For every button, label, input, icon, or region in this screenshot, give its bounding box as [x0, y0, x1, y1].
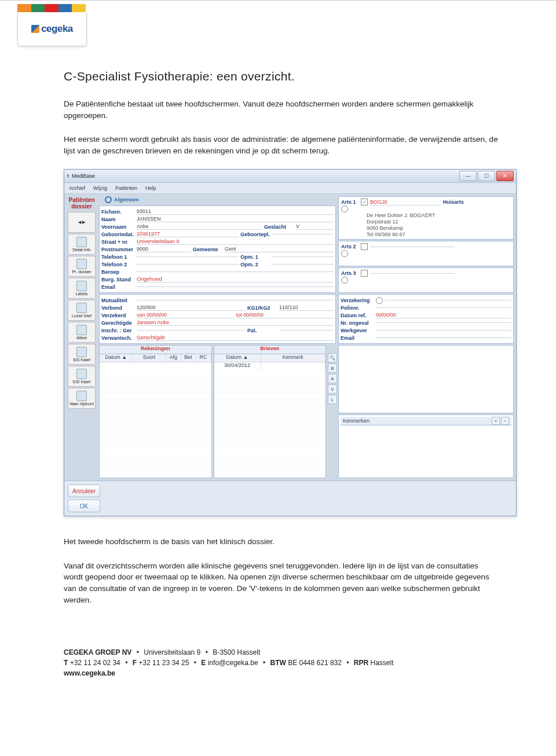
lbl-fichenr: Fichenr.	[101, 209, 135, 215]
side-btn-a[interactable]: A	[328, 374, 337, 383]
lbl-arts2: Arts 2	[341, 244, 359, 249]
kenmerken-add-button[interactable]: +	[492, 417, 500, 425]
val-geboortedat[interactable]: 2/08/1977	[137, 231, 239, 237]
val-verbond[interactable]: 120/900	[137, 304, 246, 311]
val-naam[interactable]: JANSSEN	[137, 216, 334, 222]
val-gemeente[interactable]: Gent	[225, 246, 334, 252]
cancel-button[interactable]: Annuleer	[68, 485, 100, 497]
search-icon[interactable]	[341, 205, 348, 212]
val-opm1[interactable]	[272, 256, 334, 257]
lbl-nrongeval: Nr. ongeval	[341, 320, 374, 326]
val-tel1[interactable]	[137, 256, 239, 257]
detail-info-icon	[76, 237, 87, 247]
rail-attest[interactable]: Attest	[68, 322, 96, 343]
app-work-area: Patiëntendossier ◀ ▶ Detail Info Pr. dos…	[64, 194, 516, 480]
app-menubar: Archief Wijzig Patiënten Help	[64, 183, 516, 194]
arts1-checkbox[interactable]: ✓	[361, 199, 368, 205]
side-btn-l[interactable]: L	[328, 395, 337, 404]
table-row[interactable]: 30/04/2012	[214, 362, 326, 370]
menu-wijzig[interactable]: Wijzig	[93, 185, 107, 191]
arts1-panel: Arts 1 ✓ BOGJ0 Huisarts De Heer Dokter J…	[338, 196, 514, 240]
verzekering-panel: Verzekering Polisnr. Datum ref.00/00/00 …	[338, 294, 514, 344]
val-opm2[interactable]	[272, 264, 334, 265]
val-straat[interactable]: Universiteitslaan 9	[137, 238, 334, 245]
table-rekeningen-header[interactable]: Datum ▲ Soort Afg Bet RC	[100, 354, 211, 362]
lbl-opm1: Opm. 1	[240, 254, 270, 260]
val-polisnr[interactable]	[376, 307, 511, 308]
arts2-code[interactable]	[370, 247, 455, 247]
rail-losse-brief[interactable]: Losse brief	[68, 300, 96, 321]
arts1-type: Huisarts	[443, 199, 464, 205]
lbl-voornaam: Voornaam	[101, 224, 135, 230]
table-brieven-title: Brieven	[214, 346, 326, 354]
lbl-burg: Burg. Stand	[101, 277, 135, 282]
side-btn-search[interactable]: 🔍	[328, 353, 337, 362]
window-close-button[interactable]: ✕	[496, 171, 514, 181]
arts1-code[interactable]: BOGJ0	[370, 199, 441, 205]
search-icon[interactable]	[341, 277, 348, 284]
val-werkgever[interactable]	[376, 330, 511, 331]
arts3-checkbox[interactable]	[361, 270, 368, 277]
val-geslacht[interactable]: V	[296, 223, 334, 230]
menu-archief[interactable]: Archief	[69, 185, 85, 191]
val-burg[interactable]: Ongehuwd	[137, 276, 334, 282]
val-verwantsch[interactable]: Gerechtigde	[137, 335, 334, 341]
lbl-tel1: Telefoon 1	[101, 254, 135, 260]
val-kg1[interactable]: 110/110	[279, 304, 334, 311]
rail-clipboard[interactable]: Naar clipbord	[68, 388, 96, 409]
lbl-geboortepl: Geboortepl.	[240, 232, 270, 237]
lbl-tel2: Telefoon 2	[101, 262, 135, 267]
val-verzekering[interactable]	[385, 300, 511, 300]
lbl-datumref: Datum ref.	[341, 313, 374, 318]
menu-patienten[interactable]: Patiënten	[115, 185, 137, 191]
table-brieven-body[interactable]: 30/04/2012	[214, 362, 326, 478]
val-verzekerd-tot[interactable]: tot 00/00/00	[236, 312, 334, 318]
clipboard-icon	[76, 391, 87, 401]
labels-icon	[76, 281, 87, 291]
search-icon[interactable]	[376, 297, 383, 304]
val-tel2[interactable]	[137, 264, 239, 265]
val-verzekerd-van[interactable]: van 00/00/00	[137, 312, 235, 318]
rail-labels[interactable]: Labels	[68, 278, 96, 299]
kenmerken-title: Kenmerken	[343, 418, 370, 424]
arts3-panel: Arts 3	[338, 267, 514, 293]
rail-sis-kaart[interactable]: SIS Kaart	[68, 344, 96, 365]
val-beroep[interactable]	[137, 271, 334, 272]
window-maximize-button[interactable]: ☐	[478, 171, 495, 181]
window-minimize-button[interactable]: —	[459, 171, 477, 181]
val-gerechtigde[interactable]: Janssen Anke	[137, 320, 334, 326]
menu-help[interactable]: Help	[145, 185, 156, 191]
brand-name: cegeka	[41, 23, 73, 35]
blank-panel-1[interactable]	[338, 345, 514, 413]
val-mutualiteit[interactable]	[137, 300, 334, 300]
table-brieven-header[interactable]: Datum ▲ Kenmerk	[214, 354, 326, 362]
side-btn-v[interactable]: V	[328, 384, 337, 394]
val-email[interactable]	[137, 287, 334, 287]
val-ins-email[interactable]	[376, 337, 511, 338]
val-datumref[interactable]: 00/00/00	[376, 312, 511, 318]
val-pat[interactable]	[279, 330, 334, 331]
kenmerken-remove-button[interactable]: −	[501, 417, 509, 425]
val-nrongeval[interactable]	[376, 322, 511, 323]
rail-pr-dossier[interactable]: Pr. dossier	[68, 256, 96, 277]
arts3-code[interactable]	[370, 273, 455, 274]
arts2-checkbox[interactable]	[361, 243, 368, 250]
ok-button[interactable]: OK	[68, 500, 100, 512]
val-inschr[interactable]	[137, 330, 246, 331]
attest-icon	[76, 325, 87, 335]
rail-nav-arrows[interactable]: ◀ ▶	[68, 212, 96, 233]
val-voornaam[interactable]: Anke	[137, 223, 262, 230]
arts2-panel: Arts 2	[338, 241, 514, 266]
val-fichenr[interactable]: 93011	[137, 208, 334, 215]
rail-eid-kaart[interactable]: EID Kaart	[68, 366, 96, 387]
val-geboortepl[interactable]	[272, 234, 334, 234]
val-postnummer[interactable]: 9000	[137, 246, 191, 252]
side-btn-b[interactable]: B	[328, 364, 337, 373]
brand-logo-card: cegeka	[17, 12, 87, 46]
page-footer: CEGEKA GROEP NV • Universiteitslaan 9 • …	[0, 636, 556, 689]
eid-card-icon	[76, 369, 87, 379]
search-icon[interactable]	[341, 250, 348, 257]
rail-detail-info[interactable]: Detail Info	[68, 234, 96, 255]
table-rekeningen-body[interactable]	[100, 362, 211, 478]
page-title: C-Specialist Fysiotherapie: een overzich…	[64, 69, 498, 83]
